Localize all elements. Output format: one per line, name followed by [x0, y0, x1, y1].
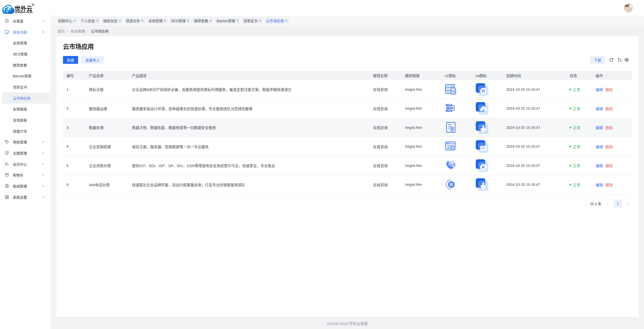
svg-text:R: R: [482, 89, 485, 94]
svg-text:®: ®: [32, 3, 35, 7]
svg-text:R: R: [450, 182, 453, 187]
svg-text:SHIWAIYUN: SHIWAIYUN: [15, 11, 32, 14]
svg-text:</>: </>: [481, 147, 485, 150]
svg-text:R: R: [482, 165, 485, 170]
svg-text:400: 400: [450, 163, 455, 167]
